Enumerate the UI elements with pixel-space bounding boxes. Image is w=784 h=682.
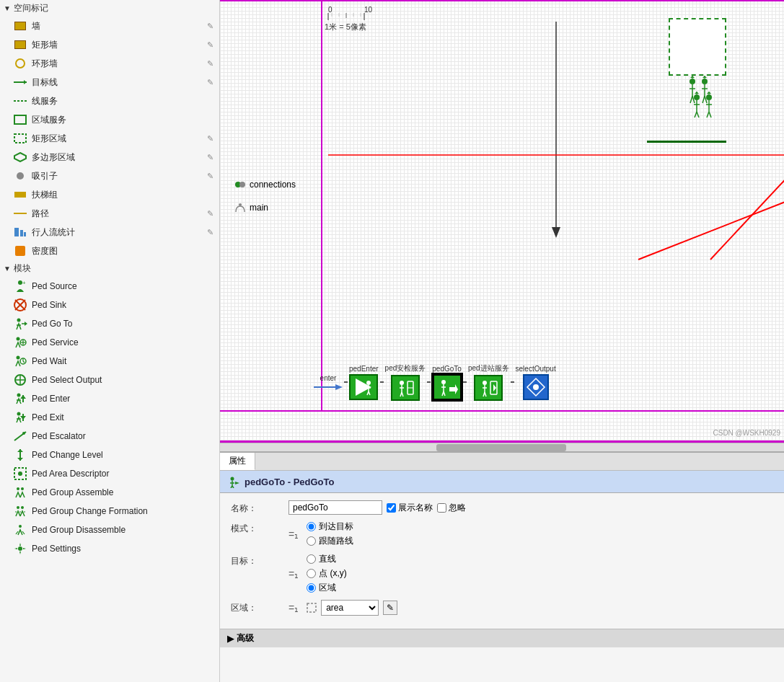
ped-figures-svg [687,76,737,119]
sidebar-item-ped-settings[interactable]: Ped Settings [0,539,219,558]
ped-escalator-label: Ped Escalator [32,431,213,441]
svg-rect-12 [15,246,25,256]
sidebar-item-ped-exit[interactable]: Ped Exit [0,408,219,427]
svg-marker-44 [17,449,23,452]
sidebar-item-target-line[interactable]: 目标线 ✎ [0,73,219,92]
rect-area-edit-icon[interactable]: ✎ [207,134,213,143]
sidebar-item-wall[interactable]: 墙 ✎ [0,17,219,35]
sidebar-item-path[interactable]: 路径 ✎ [0,204,219,223]
prop-row-name: 名称： 展示名称 忽略 [231,500,773,515]
poly-area-edit-icon[interactable]: ✎ [207,153,213,162]
sidebar-item-rect-wall[interactable]: 矩形墙 ✎ [0,35,219,54]
ped-assemble-label: Ped Group Assemble [32,487,213,497]
svg-line-79 [702,96,705,103]
properties-content: 名称： 展示名称 忽略 [220,493,784,629]
svg-point-26 [17,356,20,360]
area-edit-button[interactable]: ✎ [383,601,397,615]
mode-option-2-text: 跟随路线 [319,535,353,547]
connections-label-container: connections [234,179,296,190]
sidebar-item-ped-source[interactable]: + Ped Source [0,277,219,296]
svg-point-90 [706,94,712,100]
wall-label: 墙 [32,20,204,32]
mode-option-1-text: 到达目标 [319,521,353,533]
sidebar-item-poly-area[interactable]: 多边形区域 ✎ [0,148,219,167]
sidebar-item-ped-stats[interactable]: 行人流统计 ✎ [0,223,219,242]
target-radio-group: 直线 点 (x,y) 区域 [307,553,347,594]
canvas-scrollbar-thumb[interactable] [436,444,566,451]
canvas-area[interactable]: 0 10 1米 = 5像素 [220,0,784,443]
pedenter-block[interactable] [349,374,378,400]
attractor-edit-icon[interactable]: ✎ [207,172,213,181]
rect-wall-icon [13,37,27,52]
ped-exit-module-icon [13,410,27,425]
mode-radio-1[interactable] [307,522,316,531]
target-line-edit-icon[interactable]: ✎ [207,78,213,87]
escalator-label: 扶梯组 [32,189,213,201]
sidebar-item-attractor[interactable]: 吸引子 ✎ [0,167,219,185]
sidebar-item-ped-service[interactable]: Ped Service [0,333,219,352]
sidebar-item-area-service[interactable]: 区域服务 [0,110,219,129]
properties-tab-bar: 属性 [220,453,784,471]
escalator-icon [13,187,27,202]
ped-security-block[interactable] [391,375,420,401]
show-name-checkbox[interactable] [387,503,396,513]
wall-edit-icon[interactable]: ✎ [207,22,213,31]
target-radio-3[interactable] [307,583,316,593]
sidebar-item-ped-enter[interactable]: Ped Enter [0,389,219,408]
canvas-scrollbar[interactable] [220,443,784,451]
ped-goto-label: Ped Go To [32,319,213,329]
svg-line-29 [23,361,25,363]
sidebar-item-line-service[interactable]: 线服务 [0,92,219,110]
sidebar-item-circle-wall[interactable]: 环形墙 ✎ [0,54,219,73]
sidebar-item-ped-area[interactable]: Ped Area Descriptor [0,464,219,483]
sidebar-item-ped-select[interactable]: Ped Select Output [0,371,219,389]
area-select[interactable]: area [321,600,379,616]
main-area: ▼ 空间标记 墙 ✎ 矩形墙 ✎ [0,0,784,682]
sidebar-item-ped-wait[interactable]: Ped Wait [0,352,219,371]
advanced-header[interactable]: ▶ 高级 [220,629,784,647]
mode-option-2-label: 跟随路线 [307,535,353,547]
pedgoto-block[interactable] [433,374,462,400]
ignore-checkbox[interactable] [437,503,446,513]
target-radio-1[interactable] [307,554,316,564]
sidebar-item-ped-sink[interactable]: Ped Sink [0,296,219,314]
sidebar-item-ped-disassemble[interactable]: Ped Group Disassemble [0,521,219,539]
rect-wall-edit-icon[interactable]: ✎ [207,40,213,50]
ped-goto-module-icon [13,316,27,331]
canvas-bottom-border [220,410,784,412]
selectoutput-block[interactable] [523,374,549,400]
ped-disassemble-label: Ped Group Disassemble [32,525,213,535]
mode-radio-2[interactable] [307,536,316,546]
ped-stats-edit-icon[interactable]: ✎ [207,228,213,237]
sidebar-item-rect-area[interactable]: 矩形区域 ✎ [0,129,219,148]
target-radio-2[interactable] [307,569,316,578]
svg-line-115 [444,391,445,396]
sidebar-item-density[interactable]: 密度图 [0,242,219,260]
show-name-text: 展示名称 [398,502,433,514]
main-icon [234,202,246,213]
properties-panel: 属性 pedGoTo - PedGoTo [220,451,784,682]
svg-point-104 [400,381,404,385]
circle-wall-edit-icon[interactable]: ✎ [207,59,213,68]
sidebar-item-ped-groupchange[interactable]: Ped Group Change Formation [0,502,219,521]
modules-section-header[interactable]: ▼ 模块 [0,260,219,277]
advanced-triangle-icon: ▶ [227,634,234,644]
properties-tab[interactable]: 属性 [220,453,255,470]
sidebar-item-ped-goto[interactable]: Ped Go To [0,314,219,333]
dashed-area-rect[interactable] [669,18,726,76]
svg-rect-11 [24,232,26,236]
name-input[interactable] [289,500,382,515]
canvas-panel: 0 10 1米 = 5像素 [220,0,784,682]
area-service-label: 区域服务 [32,114,213,126]
svg-marker-123 [493,384,496,391]
sidebar-item-ped-assemble[interactable]: Ped Group Assemble [0,483,219,502]
ped-enter-module-icon [13,391,27,406]
path-edit-icon[interactable]: ✎ [207,209,213,218]
ped-station-block[interactable] [474,375,503,401]
spatial-section-header[interactable]: ▼ 空间标记 [0,0,219,17]
sidebar-item-ped-changelevel[interactable]: Ped Change Level [0,446,219,464]
sidebar-item-escalator[interactable]: 扶梯组 [0,185,219,204]
sidebar-item-ped-escalator[interactable]: Ped Escalator [0,427,219,446]
svg-line-121 [485,392,486,397]
ped-security-label: ped安检服务 [385,363,426,373]
